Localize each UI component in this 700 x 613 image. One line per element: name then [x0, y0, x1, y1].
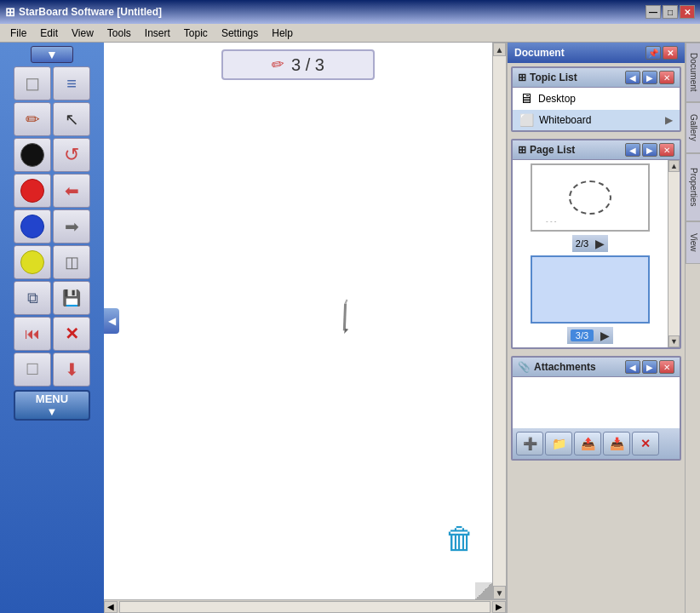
yellow-color-button[interactable]	[14, 245, 51, 279]
attach-export-button[interactable]: 📤	[574, 432, 601, 455]
page-list-title-area: ⊞ Page List	[518, 144, 575, 156]
vscroll-up[interactable]: ▲	[493, 43, 506, 56]
red-color-button[interactable]	[14, 174, 51, 208]
menu-label: MENU	[36, 392, 68, 405]
trash-icon[interactable]: 🗑	[445, 521, 475, 557]
page-2-drawing	[569, 180, 611, 215]
vscroll-track[interactable]	[493, 56, 506, 586]
svg-line-0	[333, 304, 357, 331]
attachments-buttons: ◀ ▶ ✕	[625, 360, 674, 374]
document-side-tab[interactable]: Document	[686, 43, 700, 102]
menu-help[interactable]: Help	[265, 26, 300, 41]
toolbar-row-3: ↺	[14, 138, 90, 172]
window-controls: — □ ✕	[645, 5, 695, 19]
vscroll-down[interactable]: ▼	[493, 586, 506, 599]
properties-side-tab[interactable]: Properties	[686, 153, 700, 221]
page-vscroll-up[interactable]: ▲	[668, 160, 680, 172]
page-vscroll-track[interactable]	[668, 172, 680, 335]
eraser-button[interactable]: ◻	[14, 66, 51, 100]
attachments-toolbar: ➕ 📁 📤 📥 ✕	[513, 428, 680, 459]
topic-list-nav-left[interactable]: ◀	[625, 71, 640, 84]
app-icon: ⊞	[5, 5, 15, 19]
attach-folder-button[interactable]: 📁	[545, 432, 572, 455]
page-list-content: - - - 2/3 ▶ 3/3 ▶	[513, 160, 668, 347]
back-arrow-button[interactable]: ⬅	[53, 174, 90, 208]
toolbar-row-5: ➡	[14, 209, 90, 243]
topic-list-nav-right[interactable]: ▶	[642, 71, 657, 84]
menu-button[interactable]: MENU ▼	[14, 390, 90, 421]
canvas-left-arrow[interactable]: ◀	[104, 308, 119, 334]
attachments-close[interactable]: ✕	[659, 360, 674, 374]
rewind-button[interactable]: ⏮	[14, 317, 51, 351]
forward-arrow-button[interactable]: ➡	[53, 209, 90, 243]
page-list-nav-right[interactable]: ▶	[642, 143, 657, 157]
black-color-button[interactable]	[14, 138, 51, 172]
page-list-nav-left[interactable]: ◀	[625, 143, 640, 157]
stamp-button[interactable]: ◫	[53, 245, 90, 279]
attachments-icon: 📎	[518, 361, 531, 373]
main-area: ▼ ◻ ≡ ✏ ↖ ↺ ⬅ ➡	[0, 43, 700, 613]
page-3-nav-arrow[interactable]: ▶	[600, 329, 610, 342]
attachments-header: 📎 Attachments ◀ ▶ ✕	[513, 358, 680, 377]
topic-list-title: Topic List	[530, 72, 577, 83]
page-list-title: Page List	[530, 144, 575, 156]
canvas-vertical-scrollbar[interactable]: ▲ ▼	[492, 43, 506, 599]
menu-settings[interactable]: Settings	[215, 26, 265, 41]
maximize-button[interactable]: □	[663, 5, 678, 19]
attachments-content	[513, 377, 680, 428]
page-list-vscroll[interactable]: ▲ ▼	[668, 160, 680, 347]
attachments-nav-left[interactable]: ◀	[625, 360, 640, 374]
page-2-nav-arrow[interactable]: ▶	[595, 237, 605, 250]
page-vscroll-down[interactable]: ▼	[668, 335, 680, 347]
hscroll-right[interactable]: ▶	[492, 601, 506, 613]
attachments-panel: 📎 Attachments ◀ ▶ ✕ ➕ 📁 📤 📥 ✕	[511, 356, 681, 461]
page-thumb-2[interactable]: - - -	[531, 163, 650, 232]
attach-add-button[interactable]: ➕	[516, 432, 543, 455]
gallery-side-tab[interactable]: Gallery	[686, 102, 700, 153]
close-button[interactable]: ✕	[680, 5, 695, 19]
blank-button[interactable]: ☐	[14, 352, 51, 387]
hscroll-track[interactable]	[119, 601, 491, 613]
corner-curl	[475, 582, 492, 599]
topic-item-desktop[interactable]: 🖥 Desktop	[513, 88, 680, 110]
topic-item-whiteboard[interactable]: ⬜ Whiteboard ▶	[513, 110, 680, 130]
copy-button[interactable]: ⧉	[14, 281, 51, 315]
page-3-nav-row: 3/3 ▶	[567, 327, 613, 344]
redo-button[interactable]: ↺	[53, 138, 90, 172]
menu-edit[interactable]: Edit	[33, 26, 65, 41]
delete-button[interactable]: ✕	[53, 317, 90, 351]
menu-file[interactable]: File	[3, 26, 33, 41]
pencil-cursor-canvas	[326, 295, 368, 341]
attach-remove-button[interactable]: ✕	[632, 432, 659, 455]
minimize-button[interactable]: —	[645, 5, 661, 19]
svg-line-1	[344, 300, 348, 304]
document-close-button[interactable]: ✕	[663, 46, 678, 60]
menu-topic[interactable]: Topic	[177, 26, 215, 41]
menu-view[interactable]: View	[65, 26, 100, 41]
select-button[interactable]: ↖	[53, 102, 90, 136]
attachments-nav-right[interactable]: ▶	[642, 360, 657, 374]
attach-import-button[interactable]: 📥	[603, 432, 630, 455]
page-thumb-3[interactable]	[531, 255, 650, 324]
hscroll-left[interactable]: ◀	[104, 601, 118, 613]
page-list-body: - - - 2/3 ▶ 3/3 ▶ ▲	[513, 160, 680, 347]
document-pin-button[interactable]: 📌	[645, 46, 661, 60]
bottom-scrollbar[interactable]: ◀ ▶	[104, 599, 506, 613]
page-list-close[interactable]: ✕	[659, 143, 674, 157]
canvas-area[interactable]: ✏ 3 / 3 ◀ 🗑	[104, 43, 492, 599]
side-tabs: Document Gallery Properties View	[685, 43, 700, 613]
pen-button[interactable]: ✏	[14, 102, 51, 136]
layers-button[interactable]: ≡	[53, 66, 90, 100]
toolbar-dropdown[interactable]: ▼	[31, 46, 73, 63]
menu-insert[interactable]: Insert	[138, 26, 177, 41]
menu-tools[interactable]: Tools	[100, 26, 138, 41]
save-button[interactable]: 💾	[53, 281, 90, 315]
blue-color-button[interactable]	[14, 209, 51, 243]
topic-list-items: 🖥 Desktop ⬜ Whiteboard ▶	[513, 88, 680, 130]
page-count: 3 / 3	[291, 55, 324, 75]
page-list-panel: ⊞ Page List ◀ ▶ ✕ - - - 2/3	[511, 139, 681, 349]
down-arrow-button[interactable]: ⬇	[53, 352, 90, 387]
view-side-tab[interactable]: View	[686, 221, 700, 264]
topic-list-close[interactable]: ✕	[659, 71, 674, 84]
canvas-and-scroll: ✏ 3 / 3 ◀ 🗑	[104, 43, 506, 599]
